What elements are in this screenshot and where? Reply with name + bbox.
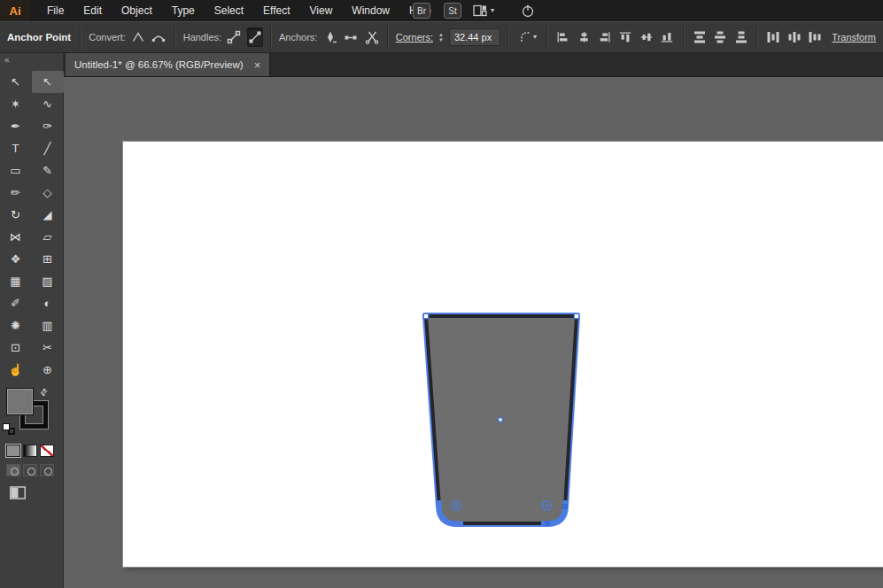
bridge-badge[interactable]: Br bbox=[413, 3, 430, 19]
zoom-tool[interactable]: ⊕ bbox=[32, 359, 64, 381]
menu-item-edit[interactable]: Edit bbox=[74, 0, 112, 21]
type-tool[interactable]: T bbox=[0, 137, 32, 159]
distribute-v-center-button[interactable] bbox=[712, 27, 728, 47]
distribute-top-icon bbox=[693, 30, 707, 44]
menu-item-file[interactable]: File bbox=[37, 0, 74, 21]
gradient-tool[interactable]: ▨ bbox=[32, 270, 64, 292]
menu-item-window[interactable]: Window bbox=[342, 0, 399, 21]
corners-value-input[interactable] bbox=[449, 28, 500, 46]
distribute-top-button[interactable] bbox=[692, 27, 708, 47]
width-tool[interactable]: ⋈ bbox=[0, 226, 32, 248]
free-transform-tool[interactable]: ▱ bbox=[32, 226, 64, 248]
menu-item-effect[interactable]: Effect bbox=[253, 0, 299, 21]
paintbrush-tool[interactable]: ✎ bbox=[32, 159, 64, 182]
hide-handles-button[interactable] bbox=[226, 27, 242, 47]
pen-tool[interactable]: ✒ bbox=[0, 115, 32, 137]
perspective-grid-tool[interactable]: ⊞ bbox=[32, 248, 64, 270]
fill-stroke-control: ⇄ bbox=[0, 386, 63, 437]
connect-anchors-button[interactable] bbox=[343, 27, 359, 47]
corner-options-dropdown[interactable]: ▾ bbox=[516, 27, 539, 47]
menu-item-type[interactable]: Type bbox=[162, 0, 205, 21]
align-top-button[interactable] bbox=[617, 27, 633, 47]
close-tab-icon[interactable]: × bbox=[254, 59, 261, 71]
screen-mode-icon bbox=[10, 486, 26, 499]
magic-wand-tool[interactable]: ✶ bbox=[0, 93, 32, 115]
none-button[interactable] bbox=[40, 445, 54, 457]
scale-tool[interactable]: ◢ bbox=[32, 204, 64, 226]
convert-to-smooth-button[interactable] bbox=[151, 27, 167, 47]
anchor-right-selected[interactable] bbox=[562, 504, 568, 509]
transform-link[interactable]: Transform bbox=[832, 32, 876, 43]
document-tab[interactable]: Untitled-1* @ 66.67% (RGB/Preview) × bbox=[66, 53, 270, 76]
hand-tool[interactable]: ☝ bbox=[0, 359, 32, 381]
selection-tool[interactable]: ↖ bbox=[0, 71, 32, 93]
color-button[interactable] bbox=[6, 445, 20, 457]
menu-item-view[interactable]: View bbox=[300, 0, 343, 21]
share-icon[interactable] bbox=[521, 3, 535, 19]
symbol-sprayer-tool[interactable]: ✺ bbox=[0, 314, 32, 337]
mesh-tool[interactable]: ▦ bbox=[0, 270, 32, 292]
swap-fill-stroke-icon[interactable]: ⇄ bbox=[37, 386, 50, 398]
column-graph-tool[interactable]: ▥ bbox=[32, 314, 64, 337]
cut-path-button[interactable] bbox=[363, 27, 379, 47]
app-logo[interactable]: Ai bbox=[0, 0, 30, 21]
convert-label: Convert: bbox=[89, 32, 126, 43]
align-bottom-button[interactable] bbox=[659, 27, 675, 47]
slice-tool[interactable]: ✂ bbox=[32, 337, 64, 359]
align-left-button[interactable] bbox=[555, 27, 571, 47]
curvature-tool[interactable]: ✑ bbox=[32, 115, 64, 137]
stepper-down-icon[interactable]: ▼ bbox=[438, 38, 444, 43]
separator bbox=[80, 26, 81, 49]
corners-stepper[interactable]: ▲ ▼ bbox=[438, 33, 445, 43]
pencil-tool[interactable]: ✏ bbox=[0, 182, 32, 204]
align-top-icon bbox=[618, 30, 632, 44]
anchor-top-right[interactable] bbox=[574, 313, 579, 319]
draw-normal-button[interactable] bbox=[6, 464, 20, 476]
gradient-button[interactable] bbox=[23, 445, 37, 457]
draw-inside-button[interactable] bbox=[40, 464, 54, 476]
work-area: Untitled-1* @ 66.67% (RGB/Preview) × bbox=[64, 53, 883, 588]
align-v-center-button[interactable] bbox=[639, 27, 655, 47]
corners-link[interactable]: Corners: bbox=[396, 32, 433, 43]
convert-to-corner-button[interactable] bbox=[130, 27, 146, 47]
line-segment-tool[interactable]: ╱ bbox=[32, 137, 64, 159]
illustrator-window: Ai File Edit Object Type Select Effect V… bbox=[0, 0, 883, 588]
distribute-h-center-button[interactable] bbox=[786, 27, 802, 47]
anchor-top-left[interactable] bbox=[423, 313, 429, 319]
control-bar-title: Anchor Point bbox=[7, 32, 71, 43]
lasso-tool[interactable]: ∿ bbox=[32, 93, 64, 115]
blend-tool[interactable]: ◐ bbox=[32, 292, 64, 314]
align-v-center-icon bbox=[639, 30, 654, 44]
stock-badge[interactable]: St bbox=[444, 3, 461, 19]
shape-builder-tool[interactable]: ❖ bbox=[0, 248, 32, 270]
distribute-bottom-button[interactable] bbox=[733, 27, 749, 47]
fill-swatch[interactable] bbox=[6, 388, 34, 415]
menu-item-object[interactable]: Object bbox=[112, 0, 162, 21]
artboard[interactable] bbox=[123, 142, 883, 567]
menu-item-select[interactable]: Select bbox=[205, 0, 253, 21]
draw-behind-button[interactable] bbox=[23, 464, 37, 476]
eraser-tool[interactable]: ◇ bbox=[32, 182, 64, 204]
rotate-tool[interactable]: ↻ bbox=[0, 204, 32, 226]
tools-grid: ↖ ↖ ✶ ∿ ✒ ✑ T ╱ ▭ ✎ ✏ ◇ ↻ ◢ ⋈ ▱ ❖ ⊞ ▦ ▨ bbox=[0, 67, 63, 381]
show-handles-button[interactable] bbox=[247, 27, 263, 47]
color-mode-row bbox=[0, 437, 63, 457]
align-h-center-button[interactable] bbox=[576, 27, 592, 47]
remove-anchor-button[interactable] bbox=[321, 27, 337, 47]
default-fill-stroke-icon[interactable] bbox=[3, 423, 16, 435]
artboard-tool[interactable]: ⊡ bbox=[0, 337, 32, 359]
eyedropper-tool[interactable]: ✐ bbox=[0, 292, 32, 314]
anchor-bottom-selected[interactable] bbox=[545, 521, 550, 526]
align-right-button[interactable] bbox=[597, 27, 613, 47]
stepper-up-icon[interactable]: ▲ bbox=[438, 33, 444, 37]
canvas[interactable] bbox=[64, 77, 883, 588]
rounded-corner-icon bbox=[519, 30, 533, 44]
direct-selection-tool[interactable]: ↖ bbox=[32, 71, 64, 93]
workspace-switcher[interactable]: ▾ bbox=[473, 3, 494, 19]
distribute-left-button[interactable] bbox=[765, 27, 781, 47]
screen-mode-button[interactable] bbox=[8, 485, 27, 500]
rectangle-tool[interactable]: ▭ bbox=[0, 159, 32, 182]
chevron-down-icon: ▾ bbox=[533, 34, 537, 41]
collapse-panel-button[interactable]: « bbox=[0, 53, 63, 67]
distribute-right-button[interactable] bbox=[807, 27, 823, 47]
